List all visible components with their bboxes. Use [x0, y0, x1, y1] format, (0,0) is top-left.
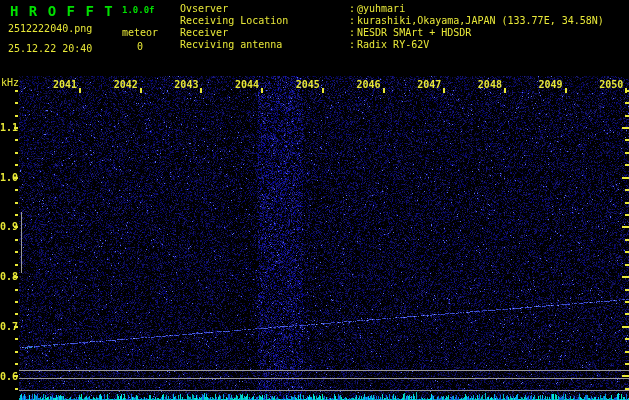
- freq-minor-tick: [15, 313, 18, 315]
- freq-minor-tick: [15, 139, 18, 141]
- freq-minor-tick: [15, 115, 18, 117]
- freq-major-tick: [622, 326, 629, 328]
- freq-minor-tick: [15, 202, 18, 204]
- freq-minor-tick: [15, 90, 18, 92]
- freq-minor-tick: [15, 164, 18, 166]
- freq-minor-tick: [625, 264, 629, 266]
- time-tick: [140, 88, 142, 93]
- freq-minor-tick: [625, 115, 629, 117]
- time-tick: [383, 88, 385, 93]
- freq-minor-tick: [625, 313, 629, 315]
- freq-major-tick: [14, 276, 18, 278]
- freq-major-tick: [14, 177, 18, 179]
- info-separator: :: [349, 39, 357, 50]
- time-label-2042: 2042: [114, 79, 138, 90]
- info-value: @yuhmari: [357, 3, 405, 14]
- freq-minor-tick: [625, 152, 629, 154]
- freq-major-tick: [622, 375, 629, 377]
- observation-datetime: 25.12.22 20:40: [8, 43, 92, 54]
- freq-label-0.6: 0.6: [0, 371, 13, 382]
- freq-minor-tick: [625, 301, 629, 303]
- freq-label-0.8: 0.8: [0, 271, 13, 282]
- time-tick: [79, 88, 81, 93]
- time-label-2041: 2041: [53, 79, 77, 90]
- time-label-2047: 2047: [417, 79, 441, 90]
- info-separator: :: [349, 3, 357, 14]
- time-label-2048: 2048: [478, 79, 502, 90]
- freq-minor-tick: [15, 351, 18, 353]
- freq-major-tick: [14, 127, 18, 129]
- info-label: Ovserver: [180, 3, 349, 14]
- freq-minor-tick: [625, 351, 629, 353]
- freq-major-tick: [622, 127, 629, 129]
- freq-minor-tick: [15, 388, 18, 390]
- freq-minor-tick: [625, 90, 629, 92]
- freq-minor-tick: [625, 388, 629, 390]
- freq-label-1.1: 1.1: [0, 122, 13, 133]
- freq-minor-tick: [625, 102, 629, 104]
- time-tick: [565, 88, 567, 93]
- time-label-2043: 2043: [174, 79, 198, 90]
- time-label-2050: 2050: [599, 79, 623, 90]
- meteor-counter-value: 0: [112, 41, 168, 52]
- freq-label-1.0: 1.0: [0, 172, 13, 183]
- info-label: Receiving Location: [180, 15, 349, 26]
- freq-minor-tick: [15, 189, 18, 191]
- freq-minor-tick: [15, 363, 18, 365]
- freq-major-tick: [14, 226, 18, 228]
- info-value: NESDR SMArt + HDSDR: [357, 27, 471, 38]
- freq-minor-tick: [625, 363, 629, 365]
- time-label-2045: 2045: [296, 79, 320, 90]
- freq-minor-tick: [625, 202, 629, 204]
- freq-minor-tick: [15, 152, 18, 154]
- freq-label-0.7: 0.7: [0, 321, 13, 332]
- station-info-row: Recviving antenna:Radix RY-62V: [180, 39, 429, 50]
- station-info-row: Receiving Location:kurashiki,Okayama,JAP…: [180, 15, 604, 26]
- station-info-row: Ovserver:@yuhmari: [180, 3, 405, 14]
- freq-minor-tick: [625, 214, 629, 216]
- output-filename: 2512222040.png: [8, 23, 92, 34]
- info-label: Receiver: [180, 27, 349, 38]
- freq-minor-tick: [625, 289, 629, 291]
- freq-minor-tick: [15, 239, 18, 241]
- freq-label-0.9: 0.9: [0, 221, 13, 232]
- time-label-2044: 2044: [235, 79, 259, 90]
- freq-minor-tick: [625, 189, 629, 191]
- spectrogram-canvas: [0, 0, 629, 400]
- time-tick: [504, 88, 506, 93]
- time-tick: [200, 88, 202, 93]
- info-value: kurashiki,Okayama,JAPAN (133.77E, 34.58N…: [357, 15, 604, 26]
- freq-major-tick: [622, 276, 629, 278]
- freq-minor-tick: [15, 214, 18, 216]
- app-version: 1.0.0f: [122, 5, 155, 15]
- freq-axis-unit-label: kHz: [1, 77, 19, 88]
- time-tick: [322, 88, 324, 93]
- freq-major-tick: [14, 375, 18, 377]
- app-title: H R O F F T: [10, 3, 114, 19]
- freq-major-tick: [622, 226, 629, 228]
- info-value: Radix RY-62V: [357, 39, 429, 50]
- station-info-row: Receiver:NESDR SMArt + HDSDR: [180, 27, 471, 38]
- time-tick: [261, 88, 263, 93]
- freq-minor-tick: [15, 301, 18, 303]
- freq-minor-tick: [625, 338, 629, 340]
- freq-minor-tick: [15, 289, 18, 291]
- freq-minor-tick: [625, 239, 629, 241]
- freq-minor-tick: [15, 251, 18, 253]
- info-label: Recviving antenna: [180, 39, 349, 50]
- info-separator: :: [349, 27, 357, 38]
- freq-minor-tick: [15, 264, 18, 266]
- time-tick: [443, 88, 445, 93]
- time-label-2046: 2046: [356, 79, 380, 90]
- freq-major-tick: [622, 177, 629, 179]
- freq-minor-tick: [15, 102, 18, 104]
- meteor-counter-label: meteor: [112, 27, 168, 38]
- freq-minor-tick: [15, 338, 18, 340]
- time-label-2049: 2049: [539, 79, 563, 90]
- freq-minor-tick: [625, 139, 629, 141]
- freq-minor-tick: [625, 251, 629, 253]
- freq-minor-tick: [625, 164, 629, 166]
- info-separator: :: [349, 15, 357, 26]
- hrofft-output-screen: H R O F F T 1.0.0f 2512222040.png meteor…: [0, 0, 629, 400]
- freq-major-tick: [14, 326, 18, 328]
